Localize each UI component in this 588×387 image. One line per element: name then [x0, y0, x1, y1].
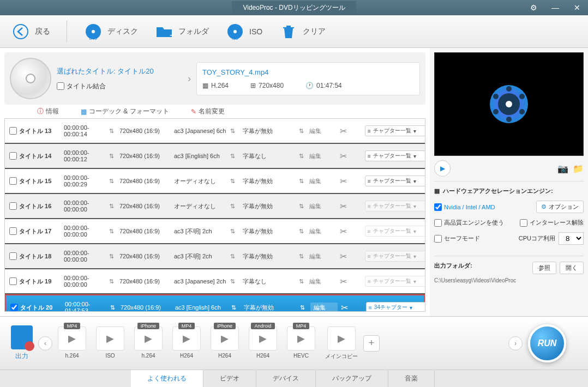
- scissors-icon[interactable]: ✂: [341, 303, 363, 312]
- open-button[interactable]: 開く: [560, 262, 584, 274]
- run-button[interactable]: RUN: [528, 324, 566, 362]
- title-row[interactable]: タイトル 15 00:00:00-00:00:29⇅ 720x480 (16:9…: [5, 169, 425, 193]
- title-checkbox[interactable]: タイトル 14: [9, 152, 58, 160]
- edit-button[interactable]: 編集: [309, 277, 337, 286]
- folder-open-button[interactable]: 📁: [573, 164, 584, 174]
- tab-video[interactable]: ビデオ: [203, 370, 256, 387]
- chapter-button[interactable]: ≡チャプター一覧▾: [365, 176, 425, 186]
- snapshot-button[interactable]: 📷: [557, 164, 568, 174]
- title-row[interactable]: タイトル 18 00:00:00-00:00:00⇅ 720x480 (16:9…: [5, 244, 425, 268]
- title-row[interactable]: タイトル 20 00:00:00-01:47:53⇅ 720x480 (16:9…: [5, 294, 425, 312]
- codec-tab[interactable]: ▦コーデック & フォーマット: [81, 107, 169, 116]
- format-item[interactable]: MP4 ▶ h.264: [58, 326, 86, 360]
- title-audio[interactable]: ac3 [English] 6ch⇅: [172, 153, 237, 160]
- title-row[interactable]: タイトル 14 00:00:00-00:00:12⇅ 720x480 (16:9…: [5, 144, 425, 168]
- edit-button[interactable]: 編集: [309, 202, 337, 210]
- safemode-checkbox[interactable]: セーフモード: [434, 234, 480, 243]
- title-checkbox[interactable]: タイトル 15: [9, 177, 58, 185]
- edit-button[interactable]: 編集: [310, 303, 338, 312]
- format-item[interactable]: iPhone ▶ H264: [211, 326, 239, 360]
- chapter-button[interactable]: ≡34チャプター▾: [366, 302, 425, 312]
- title-subtitle[interactable]: 字幕が無効⇅: [241, 252, 306, 261]
- title-subtitle[interactable]: 字幕が無効⇅: [241, 202, 306, 210]
- merge-checkbox[interactable]: タイトル結合: [57, 82, 182, 91]
- format-item[interactable]: ▶ ISO: [96, 326, 124, 360]
- title-time[interactable]: 00:00:00-00:00:29⇅: [62, 174, 116, 188]
- title-time[interactable]: 00:00:00-00:00:00⇅: [62, 250, 116, 263]
- format-next-button[interactable]: ›: [508, 336, 523, 350]
- title-subtitle[interactable]: 字幕が無効⇅: [242, 304, 307, 312]
- scissors-icon[interactable]: ✂: [340, 176, 362, 186]
- chapter-button[interactable]: ≡チャプター一覧▾: [365, 150, 425, 161]
- title-subtitle[interactable]: 字幕が無効⇅: [241, 127, 306, 135]
- title-time[interactable]: 00:00:00-00:00:00⇅: [62, 275, 116, 288]
- title-row[interactable]: タイトル 13 00:00:00-00:00:14⇅ 720x480 (16:9…: [5, 119, 425, 143]
- scissors-icon[interactable]: ✂: [340, 276, 362, 287]
- tab-music[interactable]: 音楽: [388, 370, 435, 387]
- title-subtitle[interactable]: 字幕が無効⇅: [241, 177, 306, 185]
- format-item[interactable]: iPhone ▶ h.264: [134, 326, 163, 360]
- format-item[interactable]: MP4 ▶ HEVC: [287, 326, 315, 360]
- hw-option-button[interactable]: ⚙オプション: [536, 201, 584, 213]
- title-audio[interactable]: オーディオなし⇅: [172, 177, 237, 185]
- gpu-checkbox[interactable]: Nvidia / Intel / AMD: [434, 203, 495, 211]
- title-checkbox[interactable]: タイトル 17: [9, 227, 58, 235]
- scissors-icon[interactable]: ✂: [340, 126, 362, 136]
- title-time[interactable]: 00:00:00-00:00:14⇅: [62, 124, 116, 137]
- format-item[interactable]: ▶ メインコピー: [325, 326, 358, 360]
- title-time[interactable]: 00:00:00-00:00:12⇅: [62, 149, 116, 162]
- title-subtitle[interactable]: 字幕が無効⇅: [241, 227, 306, 235]
- back-button[interactable]: 戻る: [11, 22, 50, 41]
- title-row[interactable]: タイトル 16 00:00:00-00:00:00⇅ 720x480 (16:9…: [5, 194, 425, 218]
- title-time[interactable]: 00:00:00-01:47:53⇅: [63, 301, 117, 312]
- browse-button[interactable]: 参照: [532, 262, 556, 274]
- title-checkbox[interactable]: タイトル 18: [9, 252, 58, 261]
- rename-tab[interactable]: ✎名前変更: [191, 107, 225, 116]
- cpu-select[interactable]: 8: [559, 232, 584, 245]
- title-checkbox[interactable]: タイトル 16: [9, 202, 58, 210]
- title-checkbox[interactable]: タイトル 19: [9, 277, 58, 286]
- format-item[interactable]: MP4 ▶ H264: [172, 326, 201, 360]
- info-tab[interactable]: ⓘ情報: [37, 107, 59, 116]
- iso-button[interactable]: ISO ISO: [225, 22, 262, 41]
- scissors-icon[interactable]: ✂: [340, 201, 362, 211]
- format-prev-button[interactable]: ‹: [38, 336, 52, 350]
- deinterlace-checkbox[interactable]: インターレース解除: [520, 219, 584, 227]
- tab-common[interactable]: よく使われる: [131, 370, 203, 387]
- folder-button[interactable]: + フォルダ: [154, 22, 209, 41]
- disc-button[interactable]: DVD ディスク: [83, 22, 138, 41]
- title-audio[interactable]: オーディオなし⇅: [172, 202, 237, 210]
- title-time[interactable]: 00:00:00-00:00:00⇅: [62, 199, 116, 213]
- title-time[interactable]: 00:00:00-00:00:00⇅: [62, 225, 116, 238]
- settings-button[interactable]: ⚙: [523, 0, 544, 15]
- title-audio[interactable]: ac3 [Japanese] 6ch⇅: [172, 128, 237, 135]
- clear-button[interactable]: クリア: [279, 22, 326, 41]
- close-button[interactable]: ✕: [566, 0, 588, 15]
- edit-button[interactable]: 編集: [309, 127, 337, 135]
- chapter-button[interactable]: ≡チャプター一覧▾: [365, 125, 425, 136]
- title-row[interactable]: タイトル 19 00:00:00-00:00:00⇅ 720x480 (16:9…: [5, 269, 425, 293]
- scissors-icon[interactable]: ✂: [340, 151, 362, 161]
- edit-button[interactable]: 編集: [309, 227, 337, 235]
- tab-device[interactable]: デバイス: [256, 370, 316, 387]
- format-item[interactable]: Android ▶ H264: [249, 326, 277, 360]
- edit-button[interactable]: 編集: [309, 177, 337, 185]
- scissors-icon[interactable]: ✂: [340, 226, 362, 237]
- hq-checkbox[interactable]: 高品質エンジンを使う: [434, 219, 504, 227]
- title-audio[interactable]: ac3 [English] 6ch⇅: [173, 304, 238, 311]
- title-subtitle[interactable]: 字幕なし⇅: [241, 152, 306, 160]
- edit-button[interactable]: 編集: [309, 252, 337, 261]
- add-format-button[interactable]: +: [363, 335, 380, 352]
- title-subtitle[interactable]: 字幕なし⇅: [241, 277, 306, 286]
- title-checkbox[interactable]: タイトル 20: [10, 304, 59, 312]
- title-audio[interactable]: ac3 [不明] 2ch⇅: [172, 227, 237, 235]
- title-row[interactable]: タイトル 17 00:00:00-00:00:00⇅ 720x480 (16:9…: [5, 219, 425, 243]
- minimize-button[interactable]: —: [544, 0, 566, 15]
- title-checkbox[interactable]: タイトル 13: [9, 127, 58, 135]
- edit-button[interactable]: 編集: [309, 152, 337, 160]
- title-audio[interactable]: ac3 [不明] 2ch⇅: [172, 252, 237, 261]
- title-audio[interactable]: ac3 [Japanese] 2ch⇅: [172, 278, 237, 285]
- scissors-icon[interactable]: ✂: [340, 251, 362, 262]
- play-button[interactable]: ▶: [434, 160, 451, 177]
- tab-backup[interactable]: バックアップ: [316, 370, 388, 387]
